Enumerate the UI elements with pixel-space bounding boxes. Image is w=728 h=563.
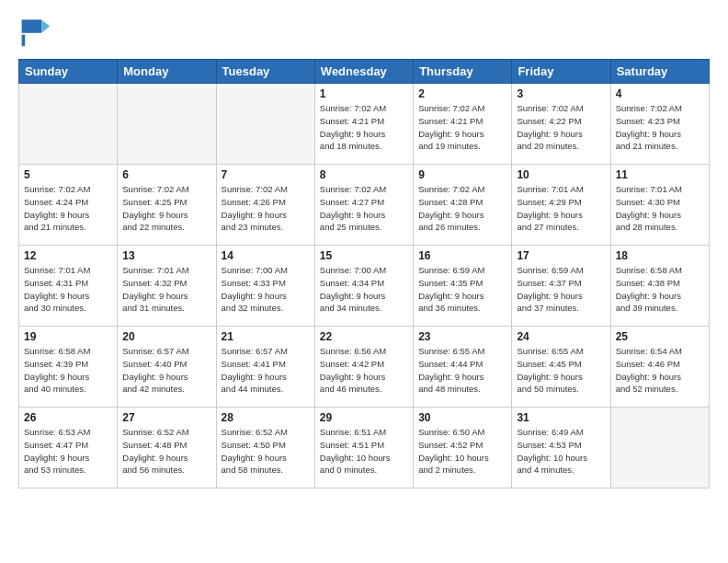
day-number: 25 [616, 330, 704, 343]
cell-info: Sunrise: 7:02 AM Sunset: 4:27 PM Dayligh… [320, 183, 408, 234]
cell-info: Sunrise: 6:52 AM Sunset: 4:50 PM Dayligh… [222, 426, 310, 477]
cell-info: Sunrise: 6:58 AM Sunset: 4:39 PM Dayligh… [24, 345, 112, 396]
day-number: 8 [320, 168, 408, 181]
day-number: 29 [320, 411, 408, 424]
calendar-cell: 9Sunrise: 7:02 AM Sunset: 4:28 PM Daylig… [414, 165, 512, 246]
cell-info: Sunrise: 7:02 AM Sunset: 4:26 PM Dayligh… [222, 183, 310, 234]
cell-info: Sunrise: 6:54 AM Sunset: 4:46 PM Dayligh… [616, 345, 704, 396]
calendar-header-tuesday: Tuesday [216, 60, 314, 84]
day-number: 24 [517, 330, 605, 343]
day-number: 3 [517, 87, 605, 100]
cell-info: Sunrise: 6:57 AM Sunset: 4:40 PM Dayligh… [122, 345, 210, 396]
day-number: 20 [122, 330, 210, 343]
calendar-cell: 24Sunrise: 6:55 AM Sunset: 4:45 PM Dayli… [512, 327, 610, 408]
cell-info: Sunrise: 6:49 AM Sunset: 4:53 PM Dayligh… [517, 426, 605, 477]
cell-info: Sunrise: 6:50 AM Sunset: 4:52 PM Dayligh… [418, 426, 506, 477]
cell-info: Sunrise: 7:00 AM Sunset: 4:34 PM Dayligh… [320, 264, 408, 315]
calendar-cell: 14Sunrise: 7:00 AM Sunset: 4:33 PM Dayli… [216, 246, 314, 327]
calendar-cell: 26Sunrise: 6:53 AM Sunset: 4:47 PM Dayli… [19, 408, 118, 488]
cell-info: Sunrise: 6:59 AM Sunset: 4:37 PM Dayligh… [517, 264, 605, 315]
calendar-cell [19, 84, 118, 165]
calendar-header-saturday: Saturday [610, 60, 709, 84]
cell-info: Sunrise: 7:01 AM Sunset: 4:31 PM Dayligh… [24, 264, 112, 315]
calendar-cell: 2Sunrise: 7:02 AM Sunset: 4:21 PM Daylig… [414, 84, 512, 165]
calendar-cell: 22Sunrise: 6:56 AM Sunset: 4:42 PM Dayli… [314, 327, 413, 408]
cell-info: Sunrise: 7:02 AM Sunset: 4:25 PM Dayligh… [122, 183, 210, 234]
day-number: 1 [320, 87, 408, 100]
cell-info: Sunrise: 7:02 AM Sunset: 4:23 PM Dayligh… [616, 102, 704, 153]
calendar-cell: 30Sunrise: 6:50 AM Sunset: 4:52 PM Dayli… [414, 408, 512, 488]
day-number: 26 [24, 411, 112, 424]
day-number: 23 [418, 330, 506, 343]
calendar-cell: 27Sunrise: 6:52 AM Sunset: 4:48 PM Dayli… [118, 408, 216, 488]
day-number: 4 [616, 87, 704, 100]
calendar-cell: 4Sunrise: 7:02 AM Sunset: 4:23 PM Daylig… [610, 84, 709, 165]
day-number: 15 [320, 249, 408, 262]
calendar-cell: 1Sunrise: 7:02 AM Sunset: 4:21 PM Daylig… [314, 84, 413, 165]
calendar-cell: 20Sunrise: 6:57 AM Sunset: 4:40 PM Dayli… [118, 327, 216, 408]
cell-info: Sunrise: 6:51 AM Sunset: 4:51 PM Dayligh… [320, 426, 408, 477]
calendar-cell: 25Sunrise: 6:54 AM Sunset: 4:46 PM Dayli… [610, 327, 709, 408]
calendar-week-2: 5Sunrise: 7:02 AM Sunset: 4:24 PM Daylig… [19, 165, 710, 246]
calendar-cell: 8Sunrise: 7:02 AM Sunset: 4:27 PM Daylig… [314, 165, 413, 246]
day-number: 19 [24, 330, 112, 343]
svg-marker-1 [41, 19, 50, 32]
calendar-header-wednesday: Wednesday [314, 60, 413, 84]
cell-info: Sunrise: 7:01 AM Sunset: 4:32 PM Dayligh… [122, 264, 210, 315]
calendar-week-5: 26Sunrise: 6:53 AM Sunset: 4:47 PM Dayli… [19, 408, 710, 488]
calendar-cell: 5Sunrise: 7:02 AM Sunset: 4:24 PM Daylig… [19, 165, 118, 246]
day-number: 5 [24, 168, 112, 181]
cell-info: Sunrise: 6:58 AM Sunset: 4:38 PM Dayligh… [616, 264, 704, 315]
calendar-cell: 23Sunrise: 6:55 AM Sunset: 4:44 PM Dayli… [414, 327, 512, 408]
cell-info: Sunrise: 7:00 AM Sunset: 4:33 PM Dayligh… [222, 264, 310, 315]
cell-info: Sunrise: 6:57 AM Sunset: 4:41 PM Dayligh… [222, 345, 310, 396]
day-number: 6 [122, 168, 210, 181]
calendar-cell: 10Sunrise: 7:01 AM Sunset: 4:29 PM Dayli… [512, 165, 610, 246]
cell-info: Sunrise: 7:02 AM Sunset: 4:28 PM Dayligh… [418, 183, 506, 234]
cell-info: Sunrise: 6:59 AM Sunset: 4:35 PM Dayligh… [418, 264, 506, 315]
calendar-week-4: 19Sunrise: 6:58 AM Sunset: 4:39 PM Dayli… [19, 327, 710, 408]
calendar-cell: 16Sunrise: 6:59 AM Sunset: 4:35 PM Dayli… [414, 246, 512, 327]
cell-info: Sunrise: 7:01 AM Sunset: 4:29 PM Dayligh… [517, 183, 605, 234]
header [18, 15, 710, 48]
calendar-cell [216, 84, 314, 165]
day-number: 21 [222, 330, 310, 343]
cell-info: Sunrise: 7:02 AM Sunset: 4:21 PM Dayligh… [320, 102, 408, 153]
calendar-cell: 11Sunrise: 7:01 AM Sunset: 4:30 PM Dayli… [610, 165, 709, 246]
cell-info: Sunrise: 6:56 AM Sunset: 4:42 PM Dayligh… [320, 345, 408, 396]
logo [18, 15, 57, 48]
day-number: 16 [418, 249, 506, 262]
calendar-week-3: 12Sunrise: 7:01 AM Sunset: 4:31 PM Dayli… [19, 246, 710, 327]
day-number: 22 [320, 330, 408, 343]
calendar: SundayMondayTuesdayWednesdayThursdayFrid… [18, 59, 710, 488]
calendar-cell: 3Sunrise: 7:02 AM Sunset: 4:22 PM Daylig… [512, 84, 610, 165]
cell-info: Sunrise: 7:02 AM Sunset: 4:22 PM Dayligh… [517, 102, 605, 153]
calendar-cell: 31Sunrise: 6:49 AM Sunset: 4:53 PM Dayli… [512, 408, 610, 488]
logo-icon [18, 15, 51, 48]
calendar-cell: 6Sunrise: 7:02 AM Sunset: 4:25 PM Daylig… [118, 165, 216, 246]
calendar-cell: 13Sunrise: 7:01 AM Sunset: 4:32 PM Dayli… [118, 246, 216, 327]
calendar-cell: 18Sunrise: 6:58 AM Sunset: 4:38 PM Dayli… [610, 246, 709, 327]
day-number: 9 [418, 168, 506, 181]
calendar-cell: 7Sunrise: 7:02 AM Sunset: 4:26 PM Daylig… [216, 165, 314, 246]
day-number: 10 [517, 168, 605, 181]
day-number: 31 [517, 411, 605, 424]
cell-info: Sunrise: 7:01 AM Sunset: 4:30 PM Dayligh… [616, 183, 704, 234]
calendar-cell: 28Sunrise: 6:52 AM Sunset: 4:50 PM Dayli… [216, 408, 314, 488]
day-number: 11 [616, 168, 704, 181]
cell-info: Sunrise: 6:55 AM Sunset: 4:44 PM Dayligh… [418, 345, 506, 396]
calendar-cell: 21Sunrise: 6:57 AM Sunset: 4:41 PM Dayli… [216, 327, 314, 408]
calendar-header-thursday: Thursday [414, 60, 512, 84]
calendar-cell: 29Sunrise: 6:51 AM Sunset: 4:51 PM Dayli… [314, 408, 413, 488]
calendar-header-row: SundayMondayTuesdayWednesdayThursdayFrid… [19, 60, 710, 84]
calendar-cell: 15Sunrise: 7:00 AM Sunset: 4:34 PM Dayli… [314, 246, 413, 327]
calendar-header-sunday: Sunday [19, 60, 118, 84]
day-number: 14 [222, 249, 310, 262]
day-number: 17 [517, 249, 605, 262]
calendar-cell: 12Sunrise: 7:01 AM Sunset: 4:31 PM Dayli… [19, 246, 118, 327]
svg-marker-0 [22, 19, 42, 32]
day-number: 30 [418, 411, 506, 424]
cell-info: Sunrise: 6:52 AM Sunset: 4:48 PM Dayligh… [122, 426, 210, 477]
calendar-header-monday: Monday [118, 60, 216, 84]
day-number: 13 [122, 249, 210, 262]
